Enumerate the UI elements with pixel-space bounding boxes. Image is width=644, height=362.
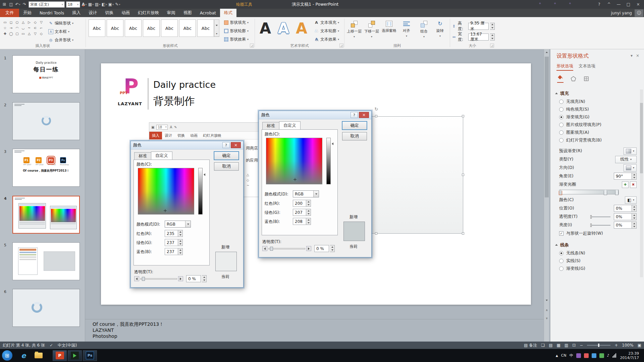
view-slideshow-button[interactable]: ⊡	[572, 343, 576, 348]
brightness-slider[interactable]	[590, 225, 610, 226]
dialog-title-bar[interactable]: 颜色 ?×	[259, 111, 371, 119]
line-option-none[interactable]: 无线条(N)	[550, 249, 644, 257]
qat-font-combo[interactable]: 宋体 (正文)▾	[29, 1, 65, 8]
effects-icon[interactable]	[570, 76, 577, 83]
fill-option-background[interactable]: 幻灯片背景填充(B)	[550, 136, 644, 144]
shape-glyph[interactable]: ▷	[26, 19, 32, 25]
shape-glyph[interactable]: ▽	[32, 31, 38, 37]
transparency-track[interactable]	[140, 278, 177, 280]
gallery-down-icon[interactable]	[216, 25, 218, 31]
shape-glyph[interactable]: △	[26, 31, 32, 37]
resize-handle-ne[interactable]	[462, 115, 464, 117]
fill-option-pattern[interactable]: 图案填充(A)	[550, 129, 644, 136]
tab-insert[interactable]: 插入	[68, 9, 85, 17]
tray-app-blue-icon[interactable]	[592, 353, 596, 358]
shape-outline-menu[interactable]: 形状轮廓▾	[223, 27, 250, 35]
scroll-down-button[interactable]	[544, 297, 549, 303]
gradient-stop[interactable]	[615, 189, 619, 195]
resize-handle-e[interactable]	[462, 174, 464, 176]
shape-style-thumb[interactable]: Abc	[179, 19, 196, 37]
fill-option-no-fill[interactable]: 无填充(N)	[550, 98, 644, 106]
slide-thumbnail-6[interactable]	[12, 289, 80, 327]
font-color-button[interactable]: A▾	[81, 1, 88, 8]
dialog-close-button[interactable]: ×	[231, 142, 241, 148]
cancel-button[interactable]: 取消	[214, 162, 239, 171]
shape-glyph[interactable]: ▭	[20, 31, 26, 37]
transparency-value-input[interactable]: 0 %	[186, 275, 201, 282]
shape-glyph[interactable]: ▽	[38, 19, 44, 25]
save-button[interactable]: ◫	[8, 1, 14, 8]
zoom-slider[interactable]	[587, 345, 610, 346]
shape-effects-menu[interactable]: 形状效果▾	[223, 35, 250, 44]
tab-slideshow[interactable]: 幻灯片放映	[134, 9, 163, 17]
qat-font-size-combo[interactable]: 18▾	[66, 1, 80, 8]
remove-gradient-stop-button[interactable]: ✖	[630, 181, 637, 188]
position-input[interactable]: 0%	[614, 205, 632, 212]
transparency-value-spinner[interactable]	[202, 275, 207, 282]
eyedropper-button[interactable]: ✎▾	[114, 1, 121, 8]
taskbar-media-app[interactable]	[68, 350, 82, 361]
angle-input[interactable]: 90°	[614, 173, 632, 180]
tab-animations[interactable]: 动画	[117, 9, 134, 17]
shape-gallery[interactable]: ▭◻○△▷◇▽ ☆→◠◡~⊂⌐ ✚◯▢▭△▽◇	[2, 19, 45, 37]
blue-spinner[interactable]	[178, 248, 183, 255]
shape-glyph[interactable]: ◻	[8, 19, 14, 25]
dialog-help-button[interactable]: ?	[351, 112, 358, 118]
group-button[interactable]: 组合▾	[416, 19, 432, 45]
color-spectrum[interactable]	[266, 138, 322, 184]
shape-style-thumb[interactable]: Abc	[161, 19, 178, 37]
radio-icon[interactable]	[559, 123, 564, 127]
help-button[interactable]: ?	[594, 1, 604, 8]
transparency-spinner[interactable]	[632, 213, 637, 220]
dialog-help-button[interactable]: ?	[222, 142, 230, 148]
view-sorter-button[interactable]: ▦	[556, 343, 560, 348]
wordart-style-3[interactable]: A	[296, 19, 307, 38]
window-menu-icon[interactable]: ⊞	[1, 1, 8, 8]
shape-style-thumb[interactable]: Abc	[107, 19, 123, 37]
comments-button[interactable]: ❏	[541, 343, 545, 348]
shape-glyph[interactable]: →	[8, 25, 14, 31]
picture-button[interactable]: ▣▾	[108, 1, 114, 8]
fill-line-icon[interactable]	[557, 74, 564, 83]
brightness-input[interactable]: 0%	[614, 222, 632, 229]
radio-icon[interactable]	[559, 107, 564, 112]
redo-button[interactable]: ↷	[21, 1, 28, 8]
width-input[interactable]: 13.67 厘米	[468, 34, 489, 41]
shape-glyph[interactable]: ☆	[2, 25, 8, 31]
text-fill-menu[interactable]: A文本填充▾	[313, 18, 340, 27]
undo-button[interactable]: ↶▾	[14, 1, 21, 8]
green-input[interactable]: 207	[293, 209, 306, 216]
height-spinner[interactable]	[490, 23, 495, 30]
edit-shape-button[interactable]: ✎编辑形状▾	[47, 19, 75, 27]
radio-icon[interactable]	[559, 259, 564, 263]
wordart-style-1[interactable]: A	[260, 19, 271, 38]
fill-option-gradient[interactable]: 渐变填充(G)	[550, 113, 644, 121]
height-input[interactable]: 9.35 厘米	[468, 23, 489, 30]
transparency-track[interactable]	[268, 248, 305, 249]
network-icon[interactable]	[612, 353, 616, 358]
fill-section-header[interactable]: 填充	[550, 89, 644, 98]
tab-transitions[interactable]: 切换	[101, 9, 117, 17]
tab-design[interactable]: 设计	[85, 9, 101, 17]
scroll-up-button[interactable]	[544, 49, 549, 55]
zoom-slider-thumb[interactable]	[598, 344, 599, 347]
slide-thumbnail-5[interactable]	[12, 242, 80, 280]
tray-app-purple-icon[interactable]	[576, 353, 581, 358]
text-effects-menu[interactable]: A文本效果▾	[313, 35, 340, 44]
tab-file[interactable]: 文件	[0, 9, 19, 17]
start-button[interactable]: ⊞	[2, 350, 12, 361]
tab-custom[interactable]: 自定义	[279, 121, 301, 129]
transparency-thumb[interactable]	[270, 247, 273, 251]
transparency-slider[interactable]	[590, 217, 610, 217]
transparency-thumb[interactable]	[142, 277, 145, 281]
cancel-button[interactable]: 取消	[342, 132, 367, 140]
previous-slide-button[interactable]: «	[544, 306, 549, 313]
luminance-bar[interactable]	[198, 168, 203, 215]
shape-glyph[interactable]: ~	[26, 25, 32, 31]
align-button[interactable]: 对齐▾	[398, 19, 415, 45]
dialog-close-button[interactable]: ×	[359, 112, 369, 118]
slide-subtitle[interactable]: 背景制作	[153, 94, 195, 108]
red-input[interactable]: 235	[165, 230, 178, 237]
resize-handle-s[interactable]	[375, 232, 377, 235]
taskbar-ie[interactable]: e	[16, 350, 31, 361]
